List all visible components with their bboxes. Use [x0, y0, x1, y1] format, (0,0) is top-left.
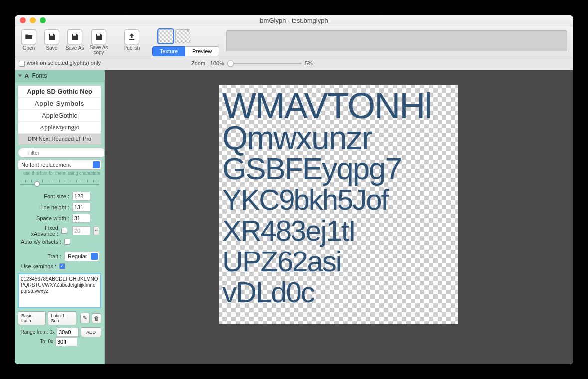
range-from-input[interactable]	[57, 328, 79, 337]
glyph-row: GSBFEyqpg7	[222, 151, 401, 186]
toolbar-infobar	[226, 30, 567, 51]
zoom-control: Zoom - 100% 5%	[191, 60, 313, 66]
save-as-icon	[67, 29, 82, 44]
publish-icon	[124, 29, 139, 44]
fixed-xadvance-label: Fixed xAdvance :	[20, 225, 58, 237]
tab-preview[interactable]: Preview	[185, 46, 219, 56]
glyph-row: YKC9bkh5Jof	[222, 183, 388, 216]
save-copy-icon	[91, 29, 106, 44]
range-to-input[interactable]	[55, 337, 77, 346]
thumb-2[interactable]	[175, 29, 190, 43]
save-as-button[interactable]: Save As	[65, 29, 85, 51]
toolbar: Open Save Save As Save As copy Publish T…	[15, 26, 573, 57]
tab-texture[interactable]: Texture	[152, 46, 185, 56]
glyph-row: UPZ62asi	[222, 245, 341, 278]
font-replacement-select[interactable]: No font replacement	[18, 160, 101, 170]
space-width-input[interactable]	[72, 214, 90, 223]
font-item[interactable]: Apple SD Gothic Neo	[18, 86, 101, 98]
font-icon: A	[24, 72, 29, 80]
work-on-selected-checkbox[interactable]: work on selected glyph(s) only	[19, 60, 101, 66]
save-as-copy-button[interactable]: Save As copy	[88, 29, 110, 55]
subbar: work on selected glyph(s) only Zoom - 10…	[15, 57, 573, 70]
content: A Fonts Apple SD Gothic Neo Apple Symbol…	[15, 70, 573, 364]
auto-offsets-checkbox[interactable]	[64, 239, 70, 245]
font-size-label: Font size :	[20, 193, 69, 199]
publish-button[interactable]: Publish	[122, 29, 142, 51]
save-button[interactable]: Save	[42, 29, 62, 51]
use-kernings-checkbox[interactable]	[59, 263, 65, 269]
font-filter-input[interactable]	[18, 148, 105, 158]
thumb-1[interactable]	[158, 29, 173, 43]
folder-open-icon	[21, 29, 36, 44]
zoom-slider[interactable]	[227, 63, 302, 64]
zoom-icon[interactable]	[40, 17, 46, 23]
trash-icon: 🗑	[94, 315, 99, 321]
texture-canvas[interactable]: WMAVTONHl Qmwxunzr GSBFEyqpg7 YKC9bkh5Jo…	[105, 70, 573, 364]
glyph-row: XR483ej1tI	[222, 214, 355, 247]
view-tabs: Texture Preview	[152, 46, 219, 56]
trait-label: Trait :	[20, 253, 61, 259]
auto-offsets-label: Auto x/y offsets :	[20, 239, 61, 245]
tools-button[interactable]: ✎	[80, 313, 90, 323]
titlebar: bmGlyph - test.bmglyph	[15, 15, 573, 26]
font-item[interactable]: Apple Symbols	[18, 98, 101, 110]
characters-textarea[interactable]: 0123456789ABCDEFGHIJKLMNOPQRSTUVWXYZabcd…	[18, 273, 101, 308]
trait-select[interactable]: Regular	[64, 252, 99, 261]
latin1-sup-button[interactable]: Latin-1 Sup	[48, 311, 76, 325]
font-filter-wrap	[18, 148, 105, 158]
save-icon	[44, 29, 59, 44]
slider-thumb[interactable]	[34, 181, 40, 187]
font-item-selected[interactable]: DIN Next Rounded LT Pro	[18, 134, 101, 144]
range-to-label: To: 0x	[18, 339, 53, 344]
line-height-input[interactable]	[72, 203, 90, 212]
wand-icon: ✎	[83, 315, 87, 321]
replacement-hint: use this font for the missing characters	[19, 171, 100, 176]
preview-thumbs	[158, 29, 219, 43]
fonts-header[interactable]: A Fonts	[15, 70, 104, 82]
window-title: bmGlyph - test.bmglyph	[15, 17, 573, 24]
texture-atlas: WMAVTONHl Qmwxunzr GSBFEyqpg7 YKC9bkh5Jo…	[219, 85, 458, 324]
fixed-xadvance-checkbox[interactable]	[61, 228, 67, 234]
add-range-button[interactable]: ADD	[81, 327, 101, 337]
glyph-row: vDLd0c	[222, 275, 314, 309]
font-item[interactable]: AppleMyungjo	[18, 122, 101, 134]
minimize-icon[interactable]	[30, 17, 36, 23]
chevron-down-icon	[18, 75, 22, 77]
delete-button[interactable]: 🗑	[92, 313, 101, 323]
basic-latin-button[interactable]: Basic Latin	[18, 311, 46, 325]
zoom-label: Zoom - 100%	[191, 60, 224, 66]
font-list[interactable]: Apple SD Gothic Neo Apple Symbols AppleG…	[18, 85, 101, 145]
weight-slider[interactable]	[20, 180, 99, 187]
fixed-xadvance-input[interactable]	[72, 226, 90, 235]
use-kernings-label: Use kernings :	[20, 263, 56, 269]
range-from-label: Range from: 0x	[18, 329, 55, 335]
stepper[interactable]: ▴▾	[93, 226, 99, 235]
traffic-lights	[20, 17, 46, 23]
line-height-label: Line height :	[20, 204, 69, 210]
space-width-label: Space width :	[20, 215, 69, 221]
font-item[interactable]: AppleGothic	[18, 110, 101, 122]
slider-thumb[interactable]	[227, 60, 234, 67]
zoom-value: 5%	[305, 60, 313, 66]
app-window: bmGlyph - test.bmglyph Open Save Save As…	[15, 15, 573, 364]
font-size-input[interactable]	[72, 192, 90, 201]
sidebar: A Fonts Apple SD Gothic Neo Apple Symbol…	[15, 70, 105, 364]
close-icon[interactable]	[20, 17, 26, 23]
open-button[interactable]: Open	[19, 29, 39, 51]
